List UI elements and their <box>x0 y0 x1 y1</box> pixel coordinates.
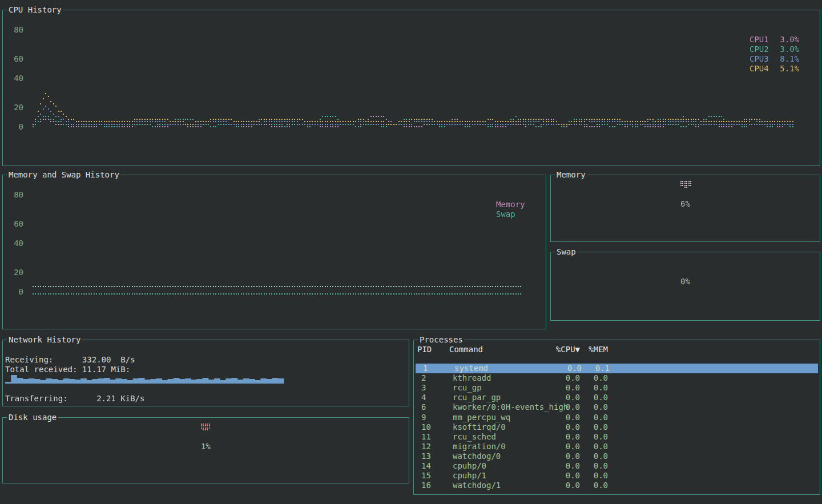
process-mem: 0.0 <box>565 373 608 383</box>
process-pid: 15 <box>421 471 431 481</box>
process-mem: 0.0 <box>565 451 608 461</box>
process-command: watchdog/1 <box>453 481 501 490</box>
column-header-mem[interactable]: %MEM <box>565 345 608 354</box>
process-mem: 0.0 <box>565 422 608 432</box>
process-mem: 0.0 <box>565 432 608 442</box>
table-row[interactable]: 10ksoftirqd/00.00.0 <box>414 422 820 432</box>
table-row[interactable]: 12migration/00.00.0 <box>414 442 820 451</box>
process-command: kthreadd <box>453 373 491 383</box>
cpu4-legend-label: CPU4 <box>750 63 769 74</box>
memory-panel-title: Memory <box>555 170 587 180</box>
cpu4-legend-value: 5.1% <box>780 63 799 74</box>
process-pid: 6 <box>421 402 426 412</box>
table-row[interactable]: 3rcu_gp0.00.0 <box>414 383 820 393</box>
process-pid: 9 <box>421 413 426 422</box>
process-command: mm_percpu_wq <box>453 413 510 422</box>
memory-percent: 6% <box>551 199 820 209</box>
table-row[interactable]: 13watchdog/00.00.0 <box>414 451 820 461</box>
process-command: cpuhp/1 <box>453 471 486 481</box>
process-pid: 2 <box>421 373 426 383</box>
process-pid: 14 <box>421 461 431 471</box>
process-command: rcu_par_gp <box>453 393 501 402</box>
process-command: rcu_sched <box>453 432 496 442</box>
cpu3-legend-label: CPU3 <box>750 54 769 64</box>
process-mem: 0.0 <box>565 481 608 490</box>
process-pid: 11 <box>421 432 431 442</box>
cpu-history-chart <box>3 10 820 166</box>
table-row[interactable]: 16watchdog/10.00.0 <box>414 481 820 490</box>
cpu3-legend-value: 8.1% <box>780 54 799 64</box>
cpu1-legend-label: CPU1 <box>750 34 769 45</box>
process-command: rcu_gp <box>453 383 482 393</box>
disk-usage-panel: Disk usage 1% <box>2 417 409 483</box>
table-row[interactable]: 15cpuhp/10.00.0 <box>414 471 820 481</box>
process-pid: 16 <box>421 481 431 490</box>
table-row-selected[interactable]: 1systemd0.00.1 <box>416 364 818 373</box>
disk-usage-percent: 1% <box>3 441 409 451</box>
table-row[interactable]: 11rcu_sched0.00.0 <box>414 432 820 442</box>
process-mem: 0.0 <box>565 471 608 481</box>
memory-panel: Memory 6% <box>550 175 820 242</box>
cpu2-legend-value: 3.0% <box>780 44 799 54</box>
process-command: systemd <box>454 364 488 373</box>
memory-swap-history-panel: Memory and Swap History 80 60 40 20 0 Me… <box>2 175 546 329</box>
process-mem: 0.0 <box>565 402 608 412</box>
processes-panel: Processes PID Command %CPU▼ %MEM 1system… <box>413 340 820 495</box>
process-command: ksoftirqd/0 <box>453 422 506 432</box>
column-header-command[interactable]: Command <box>449 345 483 354</box>
process-pid: 13 <box>421 451 431 461</box>
process-command: cpuhp/0 <box>453 461 486 471</box>
process-pid: 3 <box>421 383 426 393</box>
process-mem: 0.0 <box>565 393 608 402</box>
disk-usage-title: Disk usage <box>7 412 58 422</box>
process-mem: 0.0 <box>565 461 608 471</box>
cpu1-legend-value: 3.0% <box>780 34 799 45</box>
process-mem: 0.1 <box>566 364 610 373</box>
table-row[interactable]: 4rcu_par_gp0.00.0 <box>414 393 820 402</box>
process-pid: 12 <box>421 442 431 451</box>
swap-panel: Swap 0% <box>550 252 820 321</box>
process-mem: 0.0 <box>565 442 608 451</box>
column-header-pid[interactable]: PID <box>417 345 432 354</box>
process-mem: 0.0 <box>565 413 608 422</box>
process-pid: 10 <box>421 422 431 432</box>
system-monitor-screen: CPU History 80 60 40 20 0 CPU1 3.0% CPU2… <box>0 0 822 504</box>
process-command: watchdog/0 <box>453 451 501 461</box>
process-pid: 4 <box>421 393 426 402</box>
memory-legend-label: Memory <box>496 199 525 209</box>
table-row[interactable]: 9mm_percpu_wq0.00.0 <box>414 413 820 422</box>
processes-title: Processes <box>418 334 465 345</box>
cpu-history-panel: CPU History 80 60 40 20 0 CPU1 3.0% CPU2… <box>2 10 820 166</box>
network-history-panel: Network History Receiving: 332.00 B/s To… <box>2 340 409 406</box>
table-row[interactable]: 6kworker/0:0H-events_high0.00.0 <box>414 402 820 412</box>
swap-legend-label: Swap <box>496 209 515 219</box>
network-transferring-text: Transferring: 2.21 KiB/s <box>5 393 144 404</box>
swap-percent: 0% <box>551 276 820 287</box>
process-pid: 1 <box>423 364 428 373</box>
swap-panel-title: Swap <box>555 247 578 257</box>
process-mem: 0.0 <box>565 383 608 393</box>
table-row[interactable]: 14cpuhp/00.00.0 <box>414 461 820 471</box>
table-row[interactable]: 2kthreadd0.00.0 <box>414 373 820 383</box>
memory-swap-history-chart <box>3 175 546 329</box>
process-command: migration/0 <box>453 442 506 451</box>
process-table-header: PID Command %CPU▼ %MEM <box>414 345 820 354</box>
cpu2-legend-label: CPU2 <box>750 44 769 54</box>
